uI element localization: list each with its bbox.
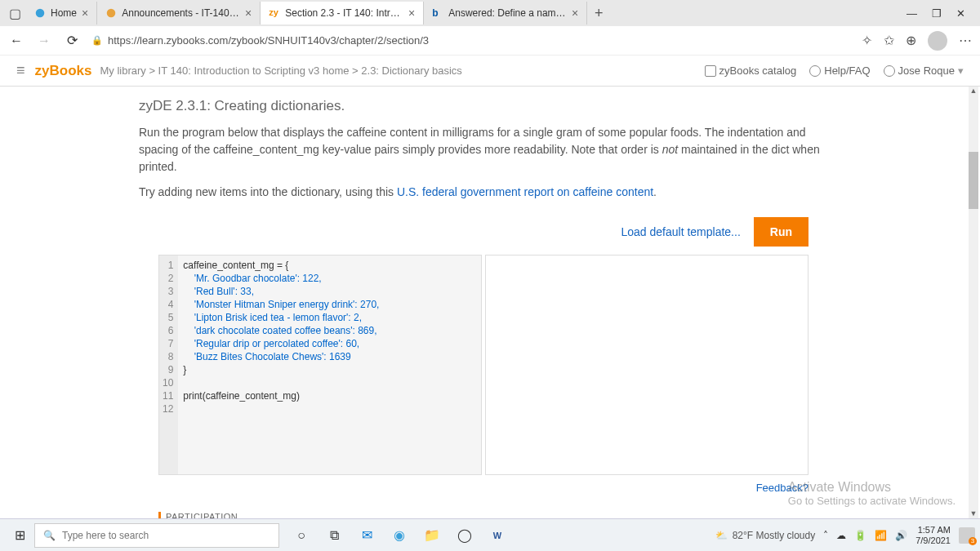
explorer-icon[interactable]: 📁 xyxy=(421,525,443,546)
feedback-link[interactable]: Feedback? xyxy=(139,482,808,494)
wifi-icon[interactable]: 📶 xyxy=(875,530,887,541)
minimize-button[interactable]: — xyxy=(906,7,917,20)
url-text: https://learn.zybooks.com/zybook/SNHUIT1… xyxy=(108,34,429,47)
browser-tab-strip: ▢ Home × Announcements - IT-140-J6182 × … xyxy=(0,0,980,26)
output-panel xyxy=(485,255,808,475)
catalog-link[interactable]: zyBooks catalog xyxy=(705,64,797,77)
tab-home[interactable]: Home × xyxy=(26,2,97,24)
line-gutter: 123456789101112 xyxy=(159,256,178,474)
back-button[interactable]: ← xyxy=(8,33,24,49)
taskbar-clock[interactable]: 1:57 AM 7/9/2021 xyxy=(915,525,951,546)
report-link[interactable]: U.S. federal government report on caffei… xyxy=(397,185,653,198)
editor-toolbar: Load default template... Run xyxy=(139,209,825,255)
section-title: zyDE 2.3.1: Creating dictionaries. xyxy=(139,87,825,124)
refresh-button[interactable]: ⟳ xyxy=(64,33,80,49)
taskbar-search[interactable]: 🔍 Type here to search xyxy=(34,523,279,548)
close-icon[interactable]: × xyxy=(82,7,88,20)
scroll-up-icon[interactable]: ▲ xyxy=(969,87,978,96)
user-icon xyxy=(884,65,895,77)
lock-icon: 🔒 xyxy=(91,35,103,46)
close-icon[interactable]: × xyxy=(245,7,252,20)
search-icon: 🔍 xyxy=(43,530,56,541)
weather-widget[interactable]: ⛅ 82°F Mostly cloudy xyxy=(715,530,816,541)
vertical-scrollbar[interactable]: ▲ ▼ xyxy=(969,87,978,519)
zybooks-header: ≡ zyBooks My library > IT 140: Introduct… xyxy=(0,56,980,87)
task-view-icon[interactable]: ⧉ xyxy=(323,525,345,546)
tab-overview-icon[interactable]: ▢ xyxy=(3,6,26,21)
tracking-icon[interactable]: ✧ xyxy=(862,33,872,48)
tray-chevron-icon[interactable]: ˄ xyxy=(823,530,828,541)
zybooks-logo[interactable]: zyBooks xyxy=(35,63,92,79)
tab-label: Answered: Define a named tuple xyxy=(448,7,567,19)
activate-windows-watermark: Activate Windows Go to Settings to activ… xyxy=(788,480,956,507)
bartleby-icon: b xyxy=(432,7,443,19)
edge-taskbar-icon[interactable]: ◉ xyxy=(389,525,410,546)
close-window-button[interactable]: ✕ xyxy=(956,7,965,20)
user-menu[interactable]: Jose Roque xyxy=(884,64,964,77)
edge-icon xyxy=(34,7,46,19)
favorites-icon[interactable]: ✩ xyxy=(884,33,894,48)
onedrive-icon[interactable]: ☁ xyxy=(836,530,846,541)
tab-announcements[interactable]: Announcements - IT-140-J6182 × xyxy=(97,2,261,24)
collections-icon[interactable]: ⊕ xyxy=(906,33,916,48)
maximize-button[interactable]: ❐ xyxy=(932,7,942,20)
word-icon[interactable]: W xyxy=(487,525,508,546)
notifications-icon[interactable] xyxy=(959,527,975,544)
code-area[interactable]: caffeine_content_mg = { 'Mr. Goodbar cho… xyxy=(178,256,384,474)
code-editor[interactable]: 123456789101112 caffeine_content_mg = { … xyxy=(158,255,482,475)
chrome-icon[interactable]: ◯ xyxy=(454,525,475,546)
url-field[interactable]: 🔒 https://learn.zybooks.com/zybook/SNHUI… xyxy=(91,34,850,47)
instruction-paragraph-1: Run the program below that displays the … xyxy=(139,124,825,176)
search-placeholder: Type here to search xyxy=(62,530,149,541)
close-icon[interactable]: × xyxy=(572,7,578,20)
weather-icon: ⛅ xyxy=(715,530,728,541)
tab-label: Section 2.3 - IT 140: Introduction xyxy=(285,7,403,19)
cortana-icon[interactable]: ○ xyxy=(291,525,312,546)
close-icon[interactable]: × xyxy=(408,7,415,20)
help-icon xyxy=(809,65,821,77)
menu-icon[interactable]: ≡ xyxy=(16,62,25,79)
page-content: zyDE 2.3.1: Creating dictionaries. Run t… xyxy=(0,87,969,518)
scroll-thumb[interactable] xyxy=(969,152,978,209)
tab-zybooks[interactable]: zy Section 2.3 - IT 140: Introduction × xyxy=(261,2,424,24)
forward-button[interactable]: → xyxy=(36,33,52,49)
mail-icon[interactable]: ✉ xyxy=(356,525,377,546)
tab-bartleby[interactable]: b Answered: Define a named tuple × xyxy=(424,2,587,24)
new-tab-button[interactable]: + xyxy=(587,5,610,22)
address-bar: ← → ⟳ 🔒 https://learn.zybooks.com/zybook… xyxy=(0,26,980,56)
participation-label: PARTICIPATION xyxy=(158,512,825,518)
windows-taskbar: ⊞ 🔍 Type here to search ○ ⧉ ✉ ◉ 📁 ◯ W ⛅ … xyxy=(0,518,980,551)
start-button[interactable]: ⊞ xyxy=(5,521,34,550)
book-icon xyxy=(705,65,716,77)
zybooks-icon: zy xyxy=(269,7,280,19)
run-button[interactable]: Run xyxy=(754,217,808,247)
more-button[interactable]: ⋯ xyxy=(959,33,972,48)
volume-icon[interactable]: 🔊 xyxy=(895,530,907,541)
svg-point-0 xyxy=(36,9,45,18)
breadcrumb[interactable]: My library > IT 140: Introduction to Scr… xyxy=(100,64,461,77)
instruction-paragraph-2: Try adding new items into the dictionary… xyxy=(139,184,825,201)
load-template-link[interactable]: Load default template... xyxy=(621,225,740,238)
svg-point-1 xyxy=(107,9,116,18)
battery-icon[interactable]: 🔋 xyxy=(854,530,866,541)
tab-label: Announcements - IT-140-J6182 xyxy=(122,7,240,19)
tab-label: Home xyxy=(51,7,77,19)
brightspace-icon xyxy=(105,7,117,19)
profile-button[interactable] xyxy=(928,31,947,51)
help-link[interactable]: Help/FAQ xyxy=(809,64,870,77)
